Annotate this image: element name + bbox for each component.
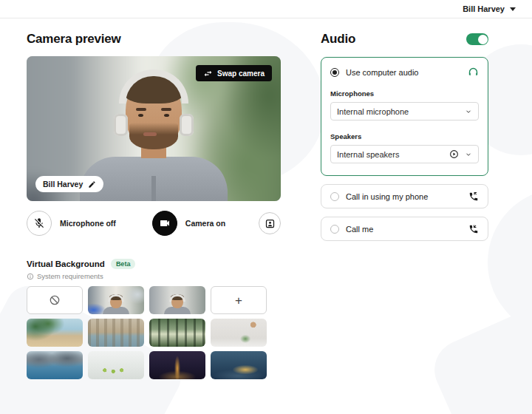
vb-tile-eiffel-night[interactable]	[149, 351, 205, 379]
speaker-select[interactable]: Internal speakers	[330, 145, 479, 163]
beta-badge: Beta	[111, 259, 136, 269]
info-icon	[27, 273, 34, 280]
use-computer-audio-label: Use computer audio	[346, 68, 461, 77]
phone-outgoing-icon	[468, 191, 479, 202]
microphone-status-label: Microphone off	[60, 219, 116, 228]
microphone-off-icon	[33, 217, 45, 229]
radio-unselected[interactable]	[330, 192, 339, 201]
camera-status-label: Camera on	[185, 219, 225, 228]
headphones-icon	[468, 67, 479, 78]
top-bar: Bill Harvey	[0, 0, 532, 18]
microphone-select[interactable]: Internal microphone	[330, 102, 479, 121]
vb-tile-desk[interactable]	[211, 319, 267, 347]
test-speaker-play-icon[interactable]	[449, 149, 459, 159]
radio-unselected[interactable]	[330, 225, 339, 234]
camera-preview-video: Swap camera Bill Harvey	[27, 56, 281, 201]
swap-camera-label: Swap camera	[217, 69, 265, 78]
audio-toggle[interactable]	[466, 33, 488, 45]
call-in-label: Call in using my phone	[346, 192, 462, 201]
vb-tile-beach[interactable]	[27, 319, 83, 347]
vb-tile-office-meeting[interactable]	[88, 351, 144, 379]
chevron-down-icon	[465, 108, 472, 115]
microphone-value: Internal microphone	[337, 107, 459, 116]
name-tag-button[interactable]: Bill Harvey	[35, 176, 103, 192]
use-computer-audio-option[interactable]: Use computer audio	[330, 67, 479, 78]
virtual-background-grid: +	[27, 286, 277, 379]
audio-title: Audio	[321, 32, 355, 47]
chevron-down-icon	[510, 7, 516, 11]
speaker-value: Internal speakers	[337, 150, 443, 159]
virtual-background-title: Virtual Background	[27, 259, 105, 268]
microphones-label: Microphones	[330, 89, 479, 98]
call-in-option[interactable]: Call in using my phone	[321, 184, 488, 208]
microphone-toggle-button[interactable]	[27, 211, 52, 236]
phone-incoming-icon	[468, 224, 479, 234]
chevron-down-icon	[465, 151, 472, 158]
computer-audio-card: Use computer audio Microphones Internal …	[321, 57, 488, 176]
vb-tile-add-custom[interactable]: +	[211, 286, 267, 314]
vb-tile-blur-light[interactable]	[88, 286, 144, 314]
av-controls: Microphone off Camera on	[27, 211, 281, 236]
vb-tile-mountain-lake[interactable]	[27, 351, 83, 379]
vb-tile-city-river[interactable]	[88, 319, 144, 347]
mini-person	[161, 295, 194, 314]
user-name: Bill Harvey	[463, 4, 505, 13]
person-in-frame-icon	[265, 218, 276, 229]
plus-icon: +	[235, 294, 242, 307]
speakers-label: Speakers	[330, 132, 479, 140]
camera-on-icon	[159, 217, 171, 229]
radio-selected[interactable]	[330, 68, 339, 77]
vb-tile-sydney-harbour[interactable]	[211, 351, 267, 379]
vb-tile-blur-strong[interactable]	[149, 286, 205, 314]
self-view-button[interactable]	[259, 212, 281, 234]
mini-person	[100, 295, 132, 314]
toggle-knob	[478, 35, 488, 44]
system-requirements-label: System requirements	[37, 272, 103, 280]
swap-icon	[203, 69, 213, 78]
user-menu[interactable]: Bill Harvey	[463, 4, 516, 13]
camera-toggle-button[interactable]	[152, 211, 177, 236]
swap-camera-button[interactable]: Swap camera	[196, 65, 272, 81]
call-me-option[interactable]: Call me	[321, 217, 488, 241]
call-me-label: Call me	[346, 225, 462, 234]
system-requirements-link[interactable]: System requirements	[27, 272, 281, 280]
camera-preview-title: Camera preview	[27, 32, 281, 47]
vb-tile-none[interactable]	[27, 286, 83, 314]
edit-pencil-icon	[88, 180, 96, 189]
no-background-icon	[49, 294, 61, 306]
vb-tile-forest[interactable]	[149, 319, 205, 347]
name-tag-label: Bill Harvey	[43, 180, 83, 189]
